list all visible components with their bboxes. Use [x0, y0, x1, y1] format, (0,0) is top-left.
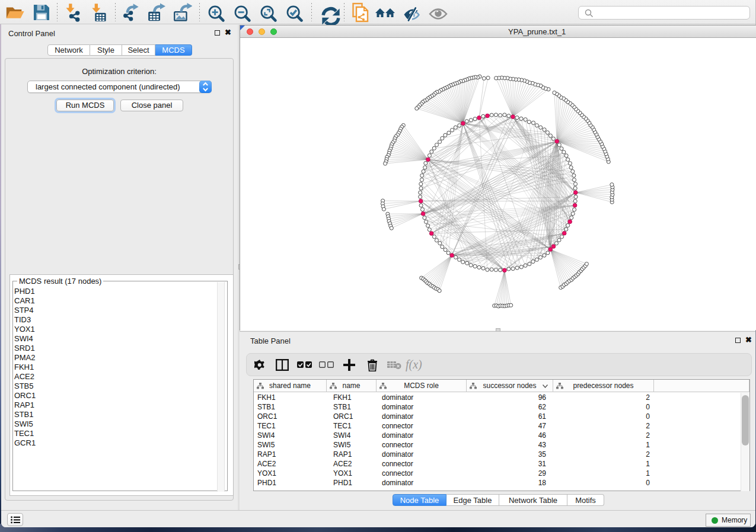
- svg-text:f(x): f(x): [406, 358, 422, 371]
